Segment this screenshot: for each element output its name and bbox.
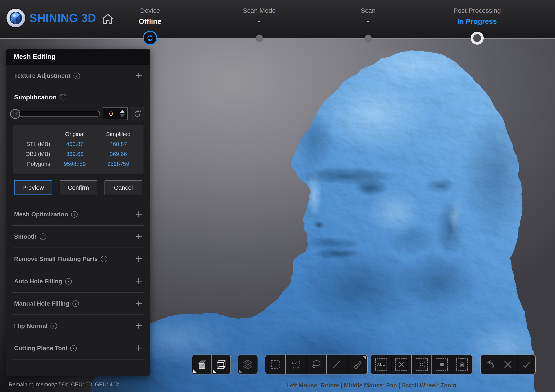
scan-status: - (323, 17, 414, 26)
scan-step-dot (365, 35, 372, 42)
simplification-value: 0 (103, 110, 119, 117)
shaded-view-button[interactable] (192, 355, 212, 374)
divider (12, 359, 144, 359)
simplification-title: Simplification (14, 93, 57, 101)
post-processing-status: In Progress (432, 17, 523, 26)
wireframe-view-icon (215, 359, 227, 370)
brand-title: SHINING 3D (29, 12, 96, 24)
delete-selected-icon (456, 358, 468, 371)
stats-row-polygons: Polygons: 9598759 9598759 (15, 159, 140, 169)
reset-icon (133, 110, 141, 118)
selection-tools-group (265, 355, 368, 374)
shining3d-app: SHINING 3D Device Offline Scan Mode - Sc… (0, 0, 555, 392)
info-icon[interactable]: i (73, 300, 79, 307)
select-connected-icon (436, 358, 448, 371)
viewport-hint: Left Mouse: Rotate | Middle Mouse: Pan |… (286, 382, 457, 389)
dropdown-corner-icon (239, 370, 243, 373)
confirm-icon (521, 359, 532, 370)
layers-group (238, 355, 258, 374)
section-texture-adjustment[interactable]: Texture Adjustment i + (6, 65, 150, 87)
select-all-icon: ALL (375, 358, 387, 371)
deselect-all-icon (395, 358, 407, 371)
shining3d-gem-icon (7, 9, 25, 27)
panel-title: Mesh Editing (14, 53, 56, 61)
lasso-select-icon (311, 359, 322, 370)
select-all-button[interactable]: ALL (371, 355, 391, 374)
section-flip-normal[interactable]: Flip Normali + (6, 315, 150, 337)
lasso-select-button[interactable] (306, 355, 327, 374)
brush-select-icon (352, 359, 363, 370)
scan-mode-step-dot (256, 35, 263, 42)
info-icon[interactable]: i (40, 234, 46, 240)
info-icon[interactable]: i (60, 94, 66, 100)
rect-select-button[interactable] (265, 355, 286, 374)
stats-header-row: Original Simplified (15, 129, 140, 139)
sync-refresh-icon (146, 35, 154, 42)
brush-select-button[interactable] (347, 355, 367, 374)
mesh-editing-panel: Mesh Editing Texture Adjustment i + Simp… (6, 49, 150, 376)
info-icon[interactable]: i (51, 323, 57, 329)
section-cutting-plane-tool[interactable]: Cutting Plane Tooli + (6, 337, 150, 359)
layers-button[interactable] (238, 355, 257, 374)
section-manual-hole-filling[interactable]: Manual Hole Fillingi + (6, 292, 150, 314)
stats-row-obj: OBJ (MB): 369.66 369.66 (15, 149, 140, 159)
spinner-up-icon[interactable] (120, 110, 125, 113)
cancel-icon (503, 359, 513, 370)
section-smooth[interactable]: Smoothi + (6, 226, 150, 248)
scan-mode-status: - (214, 17, 305, 26)
panel-header: Mesh Editing (6, 49, 150, 65)
section-mesh-optimization[interactable]: Mesh Optimizationi + (6, 203, 150, 225)
info-icon[interactable]: i (65, 278, 72, 285)
section-auto-hole-filling[interactable]: Auto Hole Fillingi + (6, 270, 150, 292)
expand-selection-icon (416, 358, 428, 371)
simplification-value-input[interactable]: 0 (103, 107, 128, 120)
step-device: Device Offline (104, 0, 196, 26)
polygon-select-icon (291, 359, 301, 370)
step-post-processing: Post-Processing In Progress (432, 0, 523, 26)
preview-button[interactable]: Preview (14, 180, 52, 195)
section-remove-small-floating-parts[interactable]: Remove Small Floating Partsi + (6, 248, 150, 270)
confirm-button[interactable]: Confirm (60, 180, 97, 195)
undo-icon (484, 359, 495, 370)
device-status: Offline (104, 17, 196, 26)
expand-selection-button[interactable] (412, 355, 432, 374)
wireframe-view-button[interactable] (212, 355, 230, 374)
simplification-slider-row: 0 (6, 104, 150, 123)
undo-button[interactable] (481, 355, 499, 374)
dropdown-corner-icon (193, 370, 197, 373)
simplification-buttons: Preview Confirm Cancel (14, 180, 142, 195)
spinner-down-icon[interactable] (120, 114, 125, 118)
simplification-slider-track[interactable] (13, 111, 100, 116)
top-bar: SHINING 3D Device Offline Scan Mode - Sc… (0, 0, 555, 38)
dropdown-corner-icon (363, 356, 366, 359)
step-scan-mode: Scan Mode - (214, 0, 305, 26)
layers-icon (242, 359, 253, 370)
info-icon[interactable]: i (71, 211, 78, 218)
shaded-view-icon (196, 359, 207, 370)
reset-button[interactable] (131, 107, 144, 121)
cancel-button[interactable]: Cancel (104, 180, 142, 195)
brand: SHINING 3D (7, 9, 96, 27)
deselect-all-button[interactable] (391, 355, 411, 374)
select-connected-button[interactable] (432, 355, 452, 374)
info-icon[interactable]: i (101, 256, 107, 262)
system-status: Remaining memory: 58% CPU: 0% GPU: 40% (9, 381, 120, 388)
line-select-icon (331, 359, 342, 370)
rect-select-icon (270, 359, 281, 370)
post-processing-step-indicator (471, 32, 484, 45)
simplification-slider-handle[interactable] (10, 109, 20, 119)
step-scan: Scan - (323, 0, 414, 26)
confirm-actions-group (480, 355, 536, 374)
info-icon[interactable]: i (73, 72, 80, 79)
dropdown-corner-icon (213, 370, 216, 373)
section-simplification-expanded: Simplification i 0 (6, 87, 150, 197)
device-reconnect-button[interactable] (143, 31, 157, 45)
polygon-select-button[interactable] (286, 355, 306, 374)
delete-selected-button[interactable] (452, 355, 472, 374)
cancel-selection-button[interactable] (499, 355, 518, 374)
apply-selection-button[interactable] (517, 355, 535, 374)
info-icon[interactable]: i (70, 345, 77, 351)
selection-actions-group: ALL (371, 355, 472, 374)
line-select-button[interactable] (327, 355, 347, 374)
simplification-stats: Original Simplified STL (MB): 460.87 460… (13, 125, 144, 174)
